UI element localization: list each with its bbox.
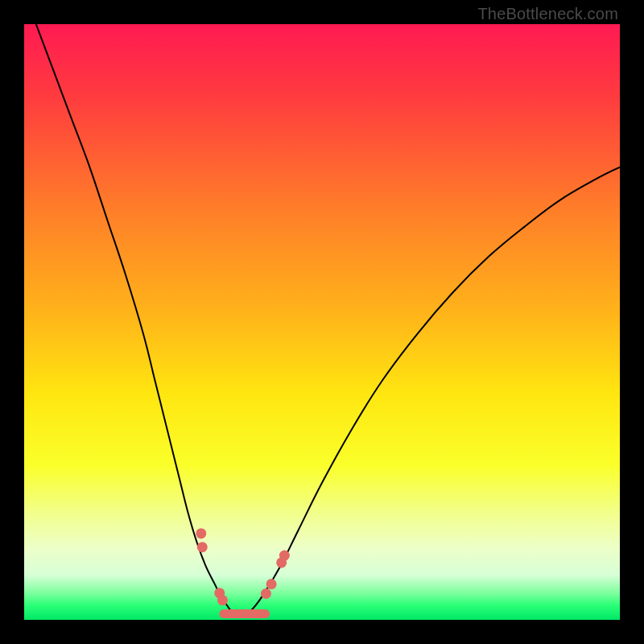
marker-dot — [261, 588, 271, 599]
curve-layer — [24, 24, 620, 620]
marker-dot — [196, 528, 206, 539]
marker-dot — [266, 579, 277, 589]
marker-dot — [197, 542, 208, 552]
marker-dot — [217, 595, 228, 605]
curve-left — [36, 24, 239, 617]
watermark-text: TheBottleneck.com — [477, 5, 618, 23]
plot-area — [24, 24, 620, 620]
markers-group — [196, 528, 290, 613]
curve-right — [238, 167, 620, 617]
marker-dot — [279, 551, 290, 561]
